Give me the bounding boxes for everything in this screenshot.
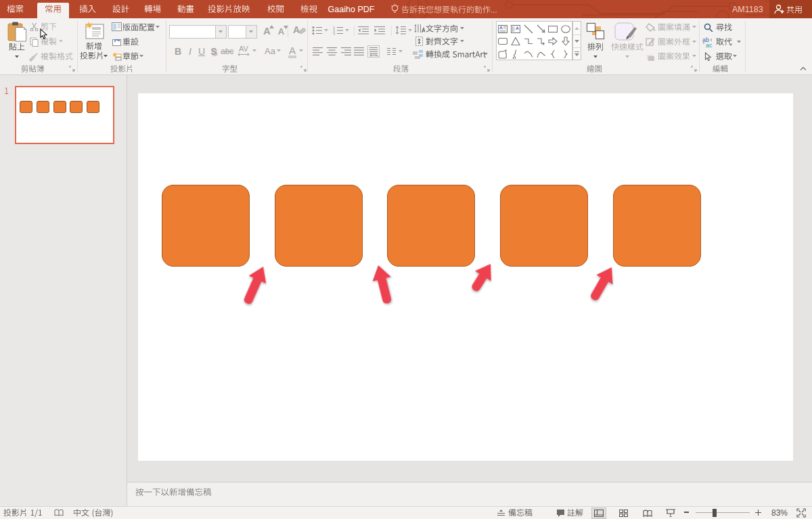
svg-text:ac: ac: [706, 42, 713, 47]
svg-text:3: 3: [333, 32, 335, 36]
